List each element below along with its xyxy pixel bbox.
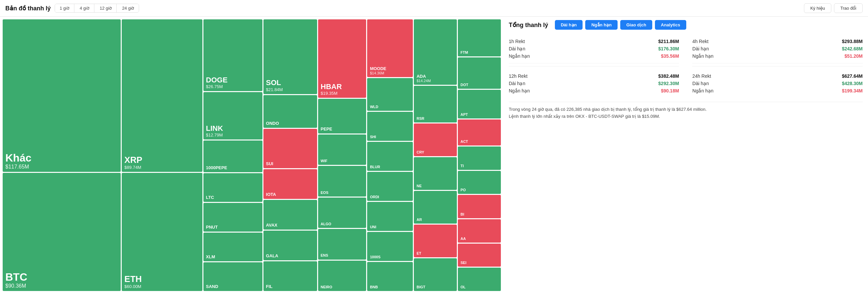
treemap-cell-ondo[interactable]: ONDO <box>264 95 317 128</box>
treemap-cell-sol[interactable]: SOL $21.84M <box>264 19 317 94</box>
stat-value-12h-total: $382.48M <box>658 73 679 79</box>
stats-col-left: 1h Rekt $211.86M Dài hạn $176.30M Ngắn h… <box>509 34 679 98</box>
treemap-cell-blur[interactable]: BLUR <box>367 142 413 171</box>
right-panel-title: Tổng thanh lý <box>509 21 548 29</box>
treemap-cell-aa[interactable]: AA <box>458 219 501 243</box>
treemap-cell-wld[interactable]: WLD <box>367 78 413 111</box>
main-content: Khác $117.65M BTC $90.36M XRP $89.74M ET… <box>0 17 868 294</box>
treemap-col-2: XRP $89.74M ETH $60.00M <box>122 19 202 291</box>
treemap-cell-ftm[interactable]: FTM <box>458 19 501 56</box>
treemap-cell-wif[interactable]: WIF <box>318 135 367 165</box>
treemap-cell-fil[interactable]: FIL <box>264 261 317 291</box>
treemap-cell-khac[interactable]: Khác $117.65M <box>3 19 121 172</box>
treemap-cell-rsr[interactable]: RSR <box>414 86 457 122</box>
treemap-cell-uni[interactable]: UNI <box>367 202 413 231</box>
time-button-group: 1 giờ 4 giờ 12 giờ 24 giờ <box>55 4 139 13</box>
treemap-cell-bi[interactable]: BI <box>458 195 501 218</box>
stat-label-4h-ngan-han: Ngắn hạn <box>692 53 713 59</box>
stat-value-24h-ngan-han: $199.34M <box>842 88 863 93</box>
filter-trao-doi[interactable]: Trao đổi <box>834 3 863 13</box>
treemap-cell-ne[interactable]: NE <box>414 157 457 190</box>
treemap-col-5: HBAR $19.35M PEPE WIF EOS ALGO ENS <box>318 19 367 291</box>
treemap-cell-act[interactable]: ACT <box>458 119 501 146</box>
treemap-cell-ar[interactable]: AR <box>414 191 457 224</box>
stat-label-4h: 4h Rekt <box>692 39 708 44</box>
stat-row-4h-total: 4h Rekt $293.88M <box>692 38 863 45</box>
treemap-cell-avax[interactable]: AVAX <box>264 200 317 230</box>
treemap-col-8: FTM DOT APT ACT TI PO BI AA SEI OL <box>458 19 501 291</box>
treemap-cell-cry[interactable]: CRY <box>414 123 457 156</box>
filter-ky-hieu[interactable]: Ký hiệu <box>804 3 831 13</box>
treemap-cell-doge[interactable]: DOGE $26.75M <box>204 19 262 91</box>
stat-label-12h: 12h Rekt <box>509 73 528 79</box>
treemap-cell-pnut[interactable]: PNUT <box>204 203 262 232</box>
treemap-cell-ens[interactable]: ENS <box>318 229 367 259</box>
stat-row-1h-total: 1h Rekt $211.86M <box>509 38 679 45</box>
right-panel-header: Tổng thanh lý Dài hạn Ngắn hạn Giao dịch… <box>509 20 863 30</box>
stat-block-1h: 1h Rekt $211.86M Dài hạn $176.30M Ngắn h… <box>509 34 679 63</box>
treemap-cell-bnb[interactable]: BNB <box>367 262 413 291</box>
stat-value-4h-dai-han: $242.68M <box>842 46 863 51</box>
stat-value-4h-total: $293.88M <box>842 39 863 44</box>
treemap-cell-link[interactable]: LINK $12.79M <box>204 92 262 139</box>
treemap-col-1: Khác $117.65M BTC $90.36M <box>3 19 121 291</box>
stat-label-12h-ngan-han: Ngắn hạn <box>509 88 530 93</box>
stat-value-24h-total: $627.64M <box>842 73 863 79</box>
treemap-cell-eth[interactable]: ETH $60.00M <box>122 173 202 291</box>
treemap-cell-neiro[interactable]: NEIRO <box>318 261 367 291</box>
treemap-cell-ol[interactable]: OL <box>458 268 501 291</box>
time-btn-4h[interactable]: 4 giờ <box>75 4 94 12</box>
btn-analytics[interactable]: Analytics <box>655 20 686 30</box>
treemap-cell-xrp[interactable]: XRP $89.74M <box>122 19 202 172</box>
treemap-cell-shi[interactable]: SHI <box>367 112 413 141</box>
treemap-cell-ordi[interactable]: ORDI <box>367 172 413 201</box>
stat-label-24h-ngan-han: Ngắn hạn <box>692 88 713 93</box>
stat-value-4h-ngan-han: $51.20M <box>845 53 863 59</box>
stat-row-1h-ngan-han: Ngắn hạn $35.56M <box>509 52 679 60</box>
treemap-cell-sand[interactable]: SAND <box>204 262 262 291</box>
treemap-cell-algo[interactable]: ALGO <box>318 198 367 228</box>
time-btn-1h[interactable]: 1 giờ <box>55 4 74 12</box>
stat-row-12h-total: 12h Rekt $382.48M <box>509 72 679 80</box>
treemap-cell-1000pepe[interactable]: 1000PEPE <box>204 141 262 172</box>
treemap-cell-ada[interactable]: ADA $14.24M <box>414 19 457 85</box>
treemap-cell-et[interactable]: ET <box>414 225 457 257</box>
treemap-cell-ltc[interactable]: LTC <box>204 173 262 202</box>
filter-button-group: Ký hiệu Trao đổi <box>804 3 863 13</box>
btn-giao-dich[interactable]: Giao dịch <box>620 20 652 30</box>
treemap-cell-po[interactable]: PO <box>458 171 501 194</box>
stat-row-4h-ngan-han: Ngắn hạn $51.20M <box>692 52 863 60</box>
stat-row-12h-dai-han: Dài hạn $292.30M <box>509 80 679 87</box>
stat-value-1h-ngan-han: $35.56M <box>661 53 679 59</box>
treemap-cell-ti[interactable]: TI <box>458 147 501 170</box>
treemap-container: Khác $117.65M BTC $90.36M XRP $89.74M ET… <box>0 17 503 294</box>
treemap-cell-pepe[interactable]: PEPE <box>318 99 367 133</box>
treemap-cell-eos[interactable]: EOS <box>318 166 367 196</box>
time-btn-12h[interactable]: 12 giờ <box>95 4 117 12</box>
stat-row-4h-dai-han: Dài hạn $242.68M <box>692 45 863 52</box>
treemap: Khác $117.65M BTC $90.36M XRP $89.74M ET… <box>3 19 501 291</box>
stat-value-24h-dai-han: $428.30M <box>842 81 863 86</box>
treemap-cell-1000s[interactable]: 1000S <box>367 232 413 261</box>
treemap-col-7: ADA $14.24M RSR CRY NE AR ET BIGT <box>414 19 457 291</box>
time-btn-24h[interactable]: 24 giờ <box>117 4 139 12</box>
treemap-cell-sui[interactable]: SUI <box>264 129 317 168</box>
treemap-cell-moode[interactable]: MOODE $14.36M <box>367 19 413 77</box>
right-panel: Tổng thanh lý Dài hạn Ngắn hạn Giao dịch… <box>503 17 868 294</box>
btn-dai-han[interactable]: Dài hạn <box>555 20 583 30</box>
page-title: Bản đồ thanh lý <box>5 5 51 12</box>
treemap-cell-bigt[interactable]: BIGT <box>414 258 457 291</box>
stat-row-12h-ngan-han: Ngắn hạn $90.18M <box>509 87 679 94</box>
stat-row-24h-dai-han: Dài hạn $428.30M <box>692 80 863 87</box>
btn-ngan-han[interactable]: Ngắn hạn <box>585 20 618 30</box>
treemap-cell-btc[interactable]: BTC $90.36M <box>3 173 121 291</box>
treemap-cell-dot[interactable]: DOT <box>458 57 501 89</box>
stats-section: 1h Rekt $211.86M Dài hạn $176.30M Ngắn h… <box>509 34 863 98</box>
treemap-cell-gala[interactable]: GALA <box>264 231 317 260</box>
treemap-cell-apt[interactable]: APT <box>458 90 501 118</box>
stat-label-12h-dai-han: Dài hạn <box>509 81 525 86</box>
treemap-cell-hbar[interactable]: HBAR $19.35M <box>318 19 367 98</box>
treemap-cell-iota[interactable]: IOTA <box>264 169 317 199</box>
treemap-cell-xlm[interactable]: XLM <box>204 233 262 261</box>
treemap-cell-sei[interactable]: SEI <box>458 244 501 267</box>
